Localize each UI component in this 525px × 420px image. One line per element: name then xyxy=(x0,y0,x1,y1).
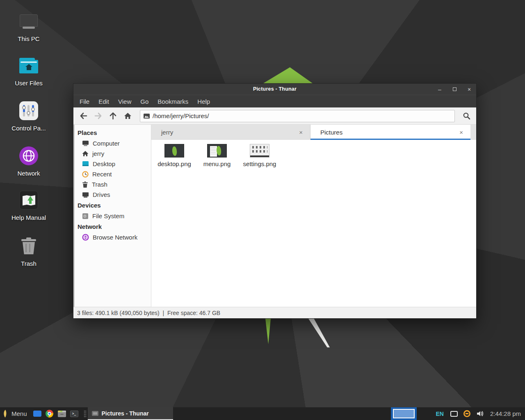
search-button[interactable] xyxy=(460,110,473,122)
sidebar-item-computer[interactable]: Computer xyxy=(73,138,151,148)
desktop-icon-label: Control Pa... xyxy=(7,125,50,132)
trash-can-icon xyxy=(7,235,50,257)
computer-icon xyxy=(82,140,89,146)
menu-view[interactable]: View xyxy=(114,96,136,107)
titlebar[interactable]: Pictures - Thunar – × xyxy=(73,84,476,95)
volume-icon[interactable] xyxy=(477,411,484,417)
sidebar-item-label: Desktop xyxy=(93,160,115,167)
forward-button[interactable] xyxy=(91,110,105,122)
search-icon xyxy=(463,112,470,120)
arrow-up-icon xyxy=(110,112,116,120)
image-thumbnail xyxy=(250,144,269,158)
sidebar-item-browse-network[interactable]: Browse Network xyxy=(73,232,151,242)
home-folder-icon xyxy=(7,55,50,76)
panel-drag-handle[interactable] xyxy=(84,410,87,418)
back-button[interactable] xyxy=(77,110,90,122)
menu-go[interactable]: Go xyxy=(136,96,153,107)
close-button[interactable]: × xyxy=(466,87,472,92)
toolbar: /home/jerry/Pictures/ xyxy=(73,107,476,125)
display-tray-icon[interactable] xyxy=(450,411,458,417)
update-manager-icon[interactable] xyxy=(463,410,470,417)
desktop-icon-help-manual[interactable]: Help Manual xyxy=(7,189,50,221)
file-view[interactable]: desktop.png menu.png settings.png xyxy=(151,140,476,307)
desktop-icon-label: User Files xyxy=(7,80,50,87)
filesystem-drive-icon xyxy=(82,213,89,219)
network-globe-icon xyxy=(82,234,89,241)
sidebar-header-places: Places xyxy=(73,127,151,138)
file-menu-png[interactable]: menu.png xyxy=(196,144,237,167)
sidebar-item-label: Trash xyxy=(92,181,107,188)
desktop-icon-this-pc[interactable]: This PC xyxy=(7,11,50,42)
image-file-icon xyxy=(144,114,150,119)
computer-icon xyxy=(7,11,50,32)
sidebar-item-trash[interactable]: Trash xyxy=(73,179,151,189)
file-desktop-png[interactable]: desktop.png xyxy=(154,144,195,167)
drives-icon xyxy=(82,192,89,198)
taskbar-window-label: Pictures - Thunar xyxy=(102,410,149,417)
file-name: desktop.png xyxy=(154,160,195,167)
tab-jerry[interactable]: jerry × xyxy=(151,125,310,140)
desktop-icon-control-panel[interactable]: Control Pa... xyxy=(7,100,50,132)
file-settings-png[interactable]: settings.png xyxy=(239,144,280,167)
maximize-button[interactable] xyxy=(452,87,457,92)
sidebar-item-label: File System xyxy=(92,212,124,219)
path-bar[interactable]: /home/jerry/Pictures/ xyxy=(140,110,455,122)
launcher-terminal[interactable]: >_ xyxy=(68,407,80,420)
launcher-chrome[interactable] xyxy=(43,407,56,420)
sidebar-item-label: Computer xyxy=(93,140,120,147)
start-menu-button[interactable] xyxy=(0,407,11,420)
taskbar-window-button[interactable]: Pictures - Thunar xyxy=(88,407,173,420)
desktop-icon-trash[interactable]: Trash xyxy=(7,235,50,267)
keyboard-layout-indicator[interactable]: EN xyxy=(436,411,443,417)
home-icon xyxy=(82,151,89,157)
desktop-icon-label: This PC xyxy=(7,35,50,42)
start-menu-label[interactable]: Menu xyxy=(11,410,27,417)
status-bar: 3 files: 490.1 kB (490,050 bytes) | Free… xyxy=(73,307,476,318)
menu-help[interactable]: Help xyxy=(193,96,215,107)
side-pane: Places Computer jerry xyxy=(73,125,151,307)
sidebar-item-jerry[interactable]: jerry xyxy=(73,148,151,159)
sidebar-item-recent[interactable]: Recent xyxy=(73,169,151,179)
sidebar-header-devices: Devices xyxy=(73,200,151,211)
menu-file[interactable]: File xyxy=(75,96,94,107)
desktop: This PC User Files Control Pa... xyxy=(0,0,525,420)
desktop-icon-label: Network xyxy=(7,170,50,177)
sidebar-item-file-system[interactable]: File System xyxy=(73,211,151,221)
menu-edit[interactable]: Edit xyxy=(94,96,114,107)
desktop-icon-label: Trash xyxy=(7,260,50,267)
menubar: File Edit View Go Bookmarks Help xyxy=(73,95,476,107)
control-panel-icon xyxy=(7,100,50,121)
sidebar-item-desktop[interactable]: Desktop xyxy=(73,159,151,169)
home-button[interactable] xyxy=(121,110,134,122)
tab-pictures[interactable]: Pictures × xyxy=(310,125,470,140)
trash-icon xyxy=(82,181,88,188)
arrow-right-icon xyxy=(94,112,102,119)
file-name: menu.png xyxy=(196,160,237,167)
minimize-button[interactable]: – xyxy=(437,87,443,92)
menu-bookmarks[interactable]: Bookmarks xyxy=(153,96,193,107)
sidebar-item-label: Recent xyxy=(92,171,112,178)
sidebar-header-network: Network xyxy=(73,221,151,232)
tab-close-icon[interactable]: × xyxy=(297,128,304,137)
tab-close-icon[interactable]: × xyxy=(458,128,465,137)
image-thumbnail xyxy=(207,144,227,158)
launcher-file-manager[interactable] xyxy=(56,407,68,420)
sidebar-item-drives[interactable]: Drives xyxy=(73,189,151,200)
image-thumbnail xyxy=(164,144,184,158)
sidebar-item-label: Browse Network xyxy=(93,234,137,241)
recent-clock-icon xyxy=(82,171,89,178)
sidebar-item-label: Drives xyxy=(93,191,110,198)
window-icon xyxy=(33,411,41,417)
up-button[interactable] xyxy=(106,110,119,122)
launcher-files[interactable] xyxy=(31,407,43,420)
desktop-icon-label: Help Manual xyxy=(7,214,50,221)
chrome-icon xyxy=(46,410,53,418)
workspace-switcher[interactable] xyxy=(391,407,417,420)
desktop-icon-user-files[interactable]: User Files xyxy=(7,55,50,87)
workspace-1[interactable] xyxy=(393,409,415,418)
desktop-icon xyxy=(82,161,89,167)
clock[interactable]: 2:44:28 pm xyxy=(490,410,521,417)
sidebar-item-label: jerry xyxy=(92,150,104,157)
tab-label: Pictures xyxy=(320,129,342,136)
desktop-icon-network[interactable]: Network xyxy=(7,145,50,177)
